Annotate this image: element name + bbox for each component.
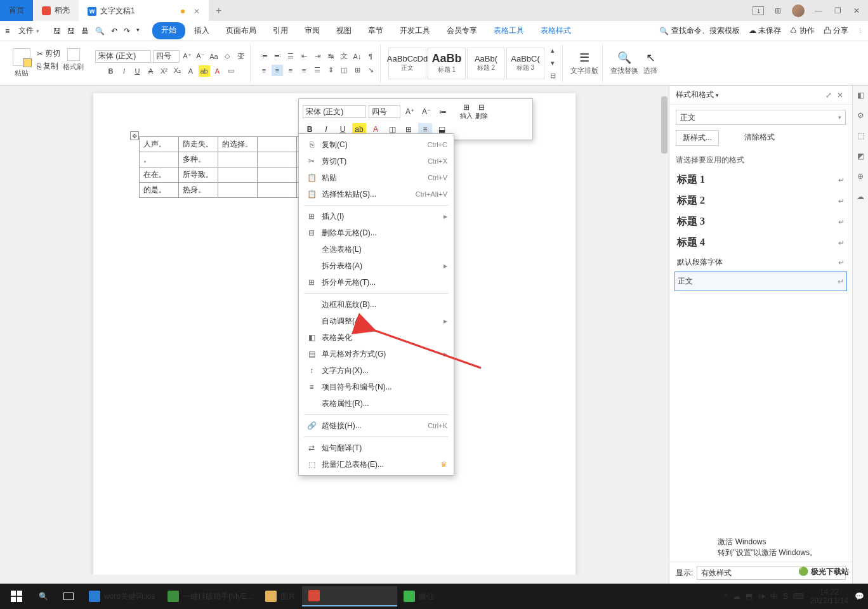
ctx-item-13[interactable]: ◧表格美化: [299, 329, 454, 346]
side-icon-1[interactable]: ◧: [855, 91, 866, 102]
ctx-item-6[interactable]: ⊟删除单元格(D)...: [299, 225, 454, 241]
align-right-icon[interactable]: ≡: [285, 65, 296, 76]
menu-view[interactable]: 视图: [329, 22, 359, 39]
app-menu-icon[interactable]: ≡: [5, 27, 10, 36]
tray-icon-2[interactable]: ⬒: [746, 592, 753, 601]
cell[interactable]: [218, 152, 258, 167]
menu-layout[interactable]: 页面布局: [218, 22, 264, 39]
ctx-item-15[interactable]: ↕文字方向(X)...: [299, 362, 454, 379]
taskbar-app-2[interactable]: 图片: [259, 586, 302, 606]
cell[interactable]: [258, 137, 297, 152]
find-replace-button[interactable]: 🔍 查找替换: [610, 51, 638, 75]
cell[interactable]: 在在。: [140, 167, 179, 183]
select-button[interactable]: ↖ 选择: [643, 51, 657, 75]
font-color-icon[interactable]: A: [212, 65, 223, 77]
qat-saveas-icon[interactable]: 🖫: [67, 27, 75, 36]
menu-chapter[interactable]: 章节: [360, 22, 391, 39]
style-item-2[interactable]: 标题 3↵: [674, 211, 847, 232]
clear-format-button[interactable]: 清除格式: [738, 130, 781, 146]
window-minimize-icon[interactable]: —: [813, 6, 824, 16]
ctx-item-7[interactable]: 全选表格(L): [299, 241, 454, 258]
unsaved-status[interactable]: ☁ 未保存: [749, 25, 781, 36]
cell[interactable]: 热身。: [179, 183, 218, 198]
clear-format-icon[interactable]: ◇: [221, 51, 233, 62]
distribute-icon[interactable]: ☰: [312, 65, 323, 76]
qat-preview-icon[interactable]: 🔍: [95, 27, 105, 36]
file-menu[interactable]: 文件▾: [13, 23, 44, 39]
justify-icon[interactable]: ≡: [298, 65, 310, 76]
taskbar-search-icon[interactable]: 🔍: [32, 586, 55, 606]
ctx-item-2[interactable]: 📋粘贴Ctrl+V: [299, 169, 454, 186]
cell[interactable]: [218, 183, 258, 198]
indent-inc-icon[interactable]: ⇥: [312, 51, 323, 62]
cell[interactable]: 的是。: [140, 183, 179, 198]
style-item-4[interactable]: 默认段落字体↵: [674, 253, 847, 272]
menu-insert[interactable]: 插入: [187, 22, 217, 39]
menu-vip[interactable]: 会员专享: [439, 22, 485, 39]
user-avatar[interactable]: [792, 4, 805, 17]
horizontal-scrollbar[interactable]: [0, 575, 669, 584]
ctx-item-12[interactable]: 自动调整(A)▸: [299, 313, 454, 329]
number-list-icon[interactable]: ≕: [272, 51, 283, 62]
cut-button[interactable]: ✂ 剪切: [37, 48, 60, 59]
mini-insert-button[interactable]: ⊞ 插入: [460, 103, 473, 121]
side-icon-3[interactable]: ⬚: [855, 131, 866, 143]
panel-pin-icon[interactable]: ⤢: [823, 91, 834, 100]
qat-save-icon[interactable]: 🖫: [53, 27, 61, 36]
side-icon-6[interactable]: ☁: [855, 192, 866, 204]
style-h2[interactable]: AaBb(标题 2: [467, 48, 505, 79]
qat-redo-icon[interactable]: ↷: [124, 27, 130, 36]
highlight-icon[interactable]: ab: [199, 65, 210, 77]
share-button[interactable]: 凸 分享: [824, 25, 848, 36]
style-item-3[interactable]: 标题 4↵: [674, 232, 847, 253]
style-normal[interactable]: AaBbCcDd正文: [388, 48, 426, 79]
scrollbar-thumb[interactable]: [661, 96, 667, 154]
tab-home[interactable]: 首页: [0, 0, 33, 21]
table-anchor-icon[interactable]: ✥: [130, 131, 139, 140]
font-size-select[interactable]: 四号: [153, 50, 180, 63]
ctx-item-16[interactable]: ≡项目符号和编号(N)...: [299, 379, 454, 395]
qat-dropdown-icon[interactable]: ▾: [136, 27, 140, 36]
taskbar-clock[interactable]: 14:22 2022/11/14: [810, 587, 848, 606]
qat-undo-icon[interactable]: ↶: [111, 27, 117, 36]
multilevel-list-icon[interactable]: ☰: [285, 51, 296, 62]
ctx-item-21[interactable]: ⇄短句翻译(T): [299, 440, 454, 456]
ctx-item-11[interactable]: 边框和底纹(B)...: [299, 296, 454, 313]
tab-add[interactable]: +: [209, 0, 229, 21]
line-spacing-icon[interactable]: ⇕: [325, 65, 336, 76]
ctx-item-17[interactable]: 表格属性(R)...: [299, 395, 454, 412]
indent-dec-icon[interactable]: ⇤: [298, 51, 310, 62]
tray-icon-3[interactable]: 🕪: [758, 592, 765, 601]
align-left-icon[interactable]: ≡: [258, 65, 270, 76]
vertical-scrollbar[interactable]: [660, 94, 669, 575]
side-icon-2[interactable]: ⚙: [855, 111, 866, 122]
char-border-icon[interactable]: ▭: [225, 65, 237, 77]
cell[interactable]: 多种。: [179, 152, 218, 167]
notification-icon[interactable]: 💬: [855, 592, 864, 601]
search-box[interactable]: 🔍 查找命令、搜索模板: [659, 25, 740, 36]
cjk-icon[interactable]: 文: [338, 51, 350, 62]
tray-icon-4[interactable]: 中: [770, 591, 778, 602]
ctx-item-19[interactable]: 🔗超链接(H)...Ctrl+K: [299, 417, 454, 434]
taskbar-app-3[interactable]: 文字文稿1 - WPS ...: [302, 586, 397, 606]
style-item-1[interactable]: 标题 2↵: [674, 190, 847, 211]
gallery-down-icon[interactable]: ▾: [547, 58, 558, 69]
style-h3[interactable]: AaBbC(标题 3: [506, 48, 544, 79]
mini-size-select[interactable]: 四号: [369, 105, 400, 118]
tray-icon-0[interactable]: ^: [724, 592, 728, 601]
change-case-icon[interactable]: Aa: [208, 51, 220, 62]
taskbar-app-0[interactable]: word关键词.xls: [82, 586, 161, 606]
coop-button[interactable]: ♺ 协作: [790, 25, 814, 36]
ctx-item-1[interactable]: ✂剪切(T)Ctrl+X: [299, 153, 454, 169]
current-style-select[interactable]: 正文 ▾: [676, 110, 846, 125]
cell[interactable]: [258, 167, 297, 183]
style-item-0[interactable]: 标题 1↵: [674, 169, 847, 190]
para-more-icon[interactable]: ↘: [365, 65, 376, 76]
ctx-item-8[interactable]: 拆分表格(A)▸: [299, 258, 454, 274]
cell[interactable]: 的选择。: [218, 137, 258, 152]
menu-table-style[interactable]: 表格样式: [533, 22, 579, 39]
taskbar-taskview[interactable]: [57, 586, 80, 606]
subscript-icon[interactable]: X₂: [172, 65, 183, 77]
ctx-item-9[interactable]: ⊞拆分单元格(T)...: [299, 274, 454, 291]
tab-char-icon[interactable]: ↹: [325, 51, 336, 62]
